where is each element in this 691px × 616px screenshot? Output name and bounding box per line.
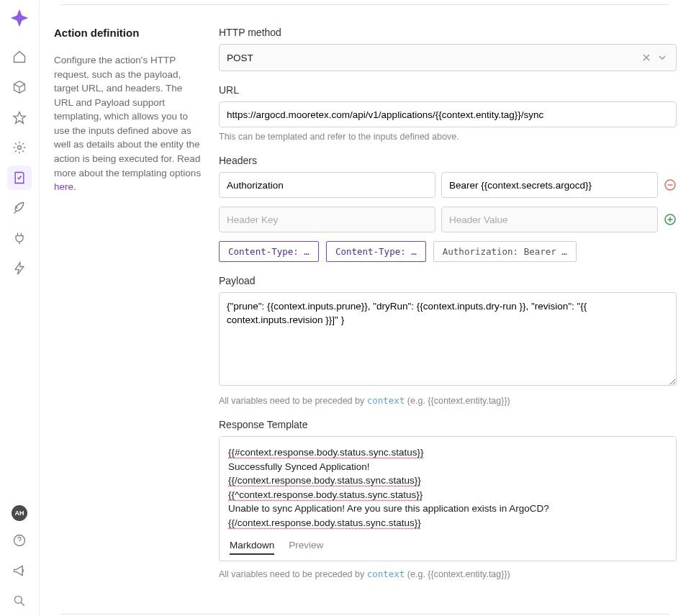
payload-textarea[interactable] bbox=[219, 292, 677, 386]
response-line: {{^context.response.body.status.sync.sta… bbox=[228, 489, 423, 500]
nav-rocket[interactable] bbox=[7, 196, 32, 220]
nav-checklist[interactable] bbox=[7, 166, 32, 190]
context-note-text: All variables need to be preceded by bbox=[219, 569, 367, 579]
nav-settings[interactable] bbox=[7, 135, 32, 160]
nav-bolt[interactable] bbox=[7, 256, 32, 281]
header-chip[interactable]: Authorization: Bearer … bbox=[433, 241, 577, 262]
url-helper-text: This can be templated and refer to the i… bbox=[219, 132, 677, 142]
sidebar: AH bbox=[0, 0, 40, 616]
divider bbox=[61, 614, 669, 615]
response-template-label: Response Template bbox=[219, 419, 677, 430]
response-line: {{#context.response.body.status.sync.sta… bbox=[228, 447, 423, 458]
section-title: Action definition bbox=[54, 27, 202, 39]
headers-label: Headers bbox=[219, 155, 677, 166]
response-line: {{/context.response.body.status.sync.sta… bbox=[228, 517, 421, 528]
context-note-suffix: (e.g. {{context.entity.tag}}) bbox=[405, 569, 510, 579]
response-context-note: All variables need to be preceded by con… bbox=[219, 569, 677, 579]
divider bbox=[61, 4, 669, 5]
header-row bbox=[219, 172, 677, 198]
response-line: {{/context.response.body.status.sync.sta… bbox=[228, 475, 421, 486]
http-method-select[interactable]: POST bbox=[219, 44, 677, 71]
app-logo bbox=[9, 7, 30, 29]
nav-plug[interactable] bbox=[7, 226, 32, 250]
section-help-text: Configure the action's HTTP request, suc… bbox=[54, 53, 202, 194]
add-header-icon[interactable] bbox=[664, 213, 677, 226]
nav-star[interactable] bbox=[7, 105, 32, 130]
nav-help[interactable] bbox=[7, 528, 32, 553]
url-input[interactable] bbox=[219, 101, 677, 127]
clear-icon[interactable] bbox=[641, 53, 651, 63]
chevron-down-icon bbox=[657, 53, 667, 63]
header-value-input[interactable] bbox=[441, 172, 658, 198]
header-chip[interactable]: Content-Type: … bbox=[326, 241, 426, 262]
payload-context-note: All variables need to be preceded by con… bbox=[219, 395, 677, 406]
response-tabs: Markdown Preview bbox=[220, 530, 676, 561]
context-note-text: All variables need to be preceded by bbox=[219, 396, 367, 406]
response-line: Successfully Synced Application! bbox=[228, 461, 370, 472]
avatar[interactable]: AH bbox=[12, 505, 27, 521]
header-key-input[interactable] bbox=[219, 172, 435, 198]
context-note-code: context bbox=[367, 569, 405, 579]
response-template-area[interactable]: {{#context.response.body.status.sync.sta… bbox=[219, 436, 677, 561]
http-method-value: POST bbox=[227, 53, 253, 63]
header-key-input-empty[interactable] bbox=[219, 207, 435, 232]
nav-announce[interactable] bbox=[7, 558, 32, 583]
response-line: Unable to sync Application! Are you sure… bbox=[228, 503, 549, 514]
url-label: URL bbox=[219, 84, 677, 96]
header-row-empty bbox=[219, 207, 677, 232]
http-method-label: HTTP method bbox=[219, 27, 677, 38]
remove-header-icon[interactable] bbox=[664, 178, 677, 191]
svg-point-2 bbox=[14, 596, 22, 603]
svg-point-0 bbox=[18, 146, 22, 150]
help-link[interactable]: here. bbox=[54, 181, 76, 192]
nav-home[interactable] bbox=[7, 45, 32, 69]
header-chip[interactable]: Content-Type: … bbox=[219, 241, 319, 262]
payload-label: Payload bbox=[219, 275, 677, 286]
header-value-input-empty[interactable] bbox=[441, 207, 658, 232]
main-content: Action definition Configure the action's… bbox=[40, 0, 691, 616]
tab-markdown[interactable]: Markdown bbox=[230, 537, 274, 555]
tab-preview[interactable]: Preview bbox=[289, 537, 323, 555]
help-text-body: Configure the action's HTTP request, suc… bbox=[54, 55, 201, 178]
nav-cube[interactable] bbox=[7, 75, 32, 99]
nav-search[interactable] bbox=[7, 589, 32, 613]
context-note-suffix: (e.g. {{context.entity.tag}}) bbox=[405, 396, 510, 406]
header-chips: Content-Type: … Content-Type: … Authoriz… bbox=[219, 241, 677, 262]
context-note-code: context bbox=[367, 395, 405, 406]
